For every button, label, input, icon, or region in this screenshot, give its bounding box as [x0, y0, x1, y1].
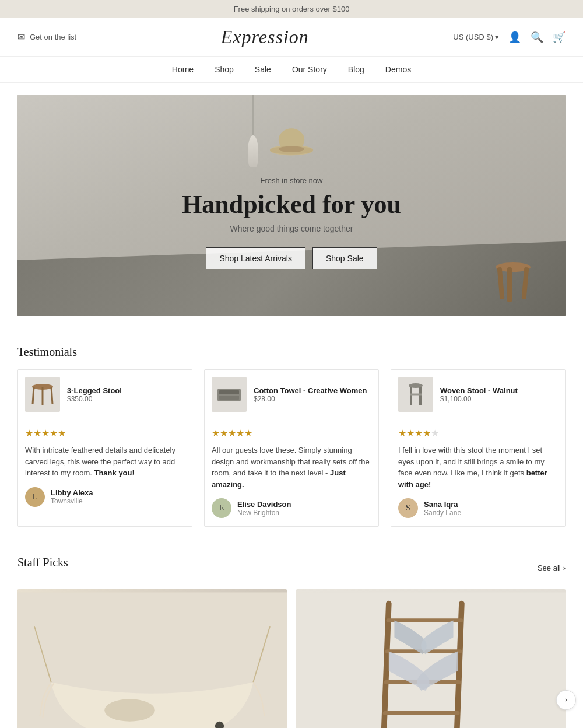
product-price: $28.00 — [254, 395, 367, 403]
product-image: Save $20.00 — [17, 589, 287, 728]
testimonial-body: ★★★★★ All our guests love these. Simply … — [205, 419, 378, 526]
site-logo[interactable]: Expression — [221, 26, 309, 48]
svg-line-9 — [33, 387, 34, 404]
product-info: Woven Stool - Walnut $1,100.00 — [440, 386, 518, 403]
stool-decoration — [493, 256, 533, 307]
product-info: 3-Legged Stool $350.00 — [67, 386, 122, 403]
reviewer-name: Elise Davidson — [237, 500, 291, 509]
svg-point-22 — [104, 699, 155, 722]
svg-rect-5 — [497, 267, 505, 299]
product-price: $350.00 — [67, 395, 122, 403]
reviewer: L Libby Alexa Townsville — [25, 487, 185, 507]
product-card: Selvedge Linens - Karin Carlander From $… — [296, 589, 566, 728]
product-info: Cotton Towel - Creative Women $28.00 — [254, 386, 367, 403]
nav-home[interactable]: Home — [172, 65, 194, 74]
reviewer-avatar: E — [212, 498, 231, 518]
svg-rect-24 — [296, 592, 566, 728]
top-banner: Free shipping on orders over $100 — [0, 0, 583, 18]
testimonial-product: 3-Legged Stool $350.00 — [18, 370, 192, 419]
reviewer-info: Elise Davidson New Brighton — [237, 500, 291, 517]
reviewer-avatar: S — [398, 498, 418, 518]
hero-tagline: Where good things come together — [182, 224, 401, 233]
staff-picks-header: Staff Picks See all › — [17, 556, 566, 580]
reviewer-info: Sana Iqra Sandy Lane — [424, 500, 461, 517]
hero-content: Fresh in store now Handpicked for you Wh… — [182, 176, 401, 270]
star-rating: ★★★★★ — [25, 428, 185, 439]
currency-selector[interactable]: US (USD $) ▾ — [453, 33, 499, 41]
hero-buttons: Shop Latest Arrivals Shop Sale — [182, 247, 401, 270]
svg-point-17 — [409, 383, 423, 388]
staff-picks-title: Staff Picks — [17, 556, 68, 569]
products-grid: Save $20.00 Woven Cotton Hammock $100.00… — [17, 589, 566, 728]
product-price: $1,100.00 — [440, 395, 518, 403]
reviewer: E Elise Davidson New Brighton — [212, 498, 371, 518]
shop-sale-button[interactable]: Shop Sale — [312, 247, 377, 270]
product-name: Cotton Towel - Creative Women — [254, 386, 367, 395]
nav-our-story[interactable]: Our Story — [292, 65, 327, 74]
reviewer-info: Libby Alexa Townsville — [51, 488, 93, 505]
nav-blog[interactable]: Blog — [348, 65, 364, 74]
testimonial-text: All our guests love these. Simply stunni… — [212, 444, 371, 490]
reviewer-location: New Brighton — [237, 509, 291, 517]
hero-section: Fresh in store now Handpicked for you Wh… — [17, 94, 566, 316]
account-icon[interactable]: 👤 — [508, 31, 521, 44]
testimonial-body: ★★★★★ With intricate feathered details a… — [18, 419, 192, 515]
testimonial-card: 3-Legged Stool $350.00 ★★★★★ With intric… — [17, 369, 192, 527]
hat-decoration — [268, 124, 315, 161]
svg-point-3 — [279, 146, 304, 152]
banner-text: Free shipping on orders over $100 — [234, 5, 350, 13]
testimonials-title: Testimonials — [17, 345, 566, 359]
product-name: Woven Stool - Walnut — [440, 386, 518, 395]
hero-subtitle: Fresh in store now — [182, 176, 401, 185]
reviewer-name: Libby Alexa — [51, 488, 93, 497]
hero-title: Handpicked for you — [182, 190, 401, 219]
nav-demos[interactable]: Demos — [385, 65, 411, 74]
product-image — [296, 589, 566, 728]
header: ✉ Get on the list Expression US (USD $) … — [0, 18, 583, 57]
reviewer: S Sana Iqra Sandy Lane — [398, 498, 558, 518]
reviewer-name: Sana Iqra — [424, 500, 461, 509]
product-thumbnail — [398, 377, 433, 412]
svg-line-11 — [51, 387, 52, 404]
testimonials-section: Testimonials 3-Legged Stool $350.00 — [0, 328, 583, 538]
product-name: 3-Legged Stool — [67, 386, 122, 395]
cart-icon[interactable]: 🛒 — [553, 31, 566, 44]
reviewer-location: Sandy Lane — [424, 509, 461, 517]
header-left: ✉ Get on the list — [17, 32, 76, 43]
star-rating: ★★★★★ — [398, 428, 558, 439]
svg-rect-7 — [507, 267, 512, 302]
testimonial-card: Cotton Towel - Creative Women $28.00 ★★★… — [204, 369, 379, 527]
header-right: US (USD $) ▾ 👤 🔍 🛒 — [453, 31, 566, 44]
product-thumbnail — [25, 377, 60, 412]
staff-picks-section: Staff Picks See all › — [0, 538, 583, 728]
svg-rect-6 — [522, 267, 529, 299]
nav-sale[interactable]: Sale — [255, 65, 271, 74]
testimonial-product: Cotton Towel - Creative Women $28.00 — [205, 370, 378, 419]
svg-rect-13 — [219, 390, 239, 394]
shop-arrivals-button[interactable]: Shop Latest Arrivals — [206, 247, 305, 270]
envelope-icon: ✉ — [17, 32, 25, 43]
reviewer-avatar: L — [25, 487, 45, 507]
chevron-right-icon: › — [563, 564, 566, 572]
svg-rect-14 — [219, 396, 239, 400]
product-card: Save $20.00 Woven Cotton Hammock $100.00… — [17, 589, 287, 728]
get-on-list-text[interactable]: Get on the list — [30, 33, 76, 41]
nav-shop[interactable]: Shop — [215, 65, 234, 74]
star-rating: ★★★★★ — [212, 428, 371, 439]
product-thumbnail — [212, 377, 247, 412]
testimonial-text: I fell in love with this stool the momen… — [398, 444, 558, 490]
see-all-link[interactable]: See all › — [538, 564, 566, 572]
reviewer-location: Townsville — [51, 497, 93, 505]
main-nav: Home Shop Sale Our Story Blog Demos — [0, 57, 583, 83]
testimonial-text: With intricate feathered details and del… — [25, 444, 185, 479]
testimonial-card: Woven Stool - Walnut $1,100.00 ★★★★★ I f… — [391, 369, 566, 527]
search-icon[interactable]: 🔍 — [531, 31, 543, 44]
testimonial-product: Woven Stool - Walnut $1,100.00 — [391, 370, 565, 419]
pendant-decoration — [248, 94, 258, 167]
testimonials-grid: 3-Legged Stool $350.00 ★★★★★ With intric… — [17, 369, 566, 527]
testimonial-body: ★★★★★ I fell in love with this stool the… — [391, 419, 565, 526]
carousel-next-button[interactable]: › — [556, 690, 576, 710]
